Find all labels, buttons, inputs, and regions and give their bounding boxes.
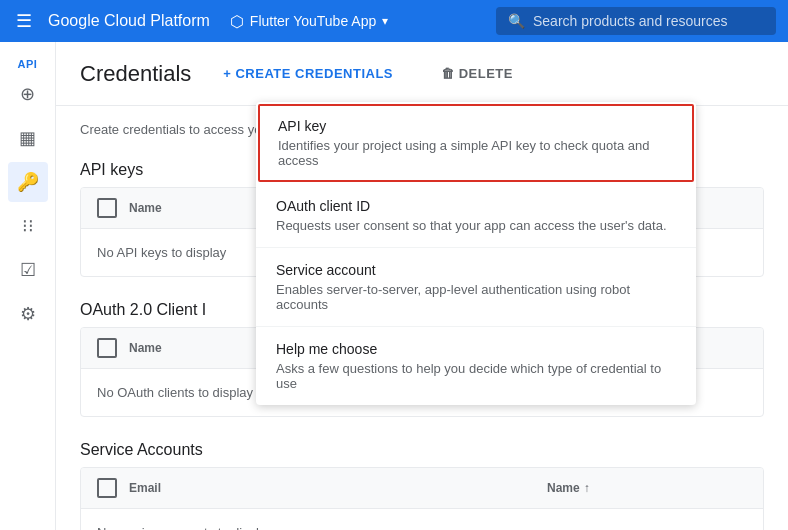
api-label: API [18,58,38,70]
dropdown-item-oauth[interactable]: OAuth client ID Requests user consent so… [256,184,696,248]
sidebar: API ⊕ ▦ 🔑 ⁝⁝ ☑ ⚙ [0,42,56,530]
dropdown-menu: API key Identifies your project using a … [256,102,696,405]
service-accounts-table: Email Name ↑ No service accounts to disp… [80,467,764,530]
dropdown-item-help[interactable]: Help me choose Asks a few questions to h… [256,327,696,405]
credentials-dropdown: API key Identifies your project using a … [256,102,696,405]
logo-text: Google Cloud Platform [48,12,210,30]
help-title: Help me choose [276,341,676,357]
oauth-desc: Requests user consent so that your app c… [276,218,676,233]
api-keys-checkbox-all[interactable] [97,198,117,218]
dropdown-item-api-key[interactable]: API key Identifies your project using a … [258,104,694,182]
sidebar-item-check[interactable]: ☑ [8,250,48,290]
main-content: Credentials + CREATE CREDENTIALS 🗑 DELET… [56,42,788,530]
service-accounts-section-title: Service Accounts [80,425,764,467]
sort-up-icon: ↑ [584,481,590,495]
create-credentials-button[interactable]: + CREATE CREDENTIALS [207,58,409,89]
project-name: Flutter YouTube App [250,13,376,29]
chevron-down-icon: ▾ [382,14,388,28]
sidebar-item-credentials[interactable]: 🔑 [8,162,48,202]
sidebar-item-dashboard[interactable]: ▦ [8,118,48,158]
top-nav: ☰ Google Cloud Platform ⬡ Flutter YouTub… [0,0,788,42]
search-bar[interactable]: 🔍 Search products and resources [496,7,776,35]
sidebar-item-home[interactable]: ⊕ [8,74,48,114]
service-accounts-col-name-label: Name [547,481,580,495]
service-accounts-col-email: Email [129,481,535,495]
oauth-checkbox-all[interactable] [97,338,117,358]
sidebar-item-settings[interactable]: ⚙ [8,294,48,334]
sidebar-item-tools[interactable]: ⁝⁝ [8,206,48,246]
service-accounts-empty-message: No service accounts to display [81,509,763,530]
main-layout: API ⊕ ▦ 🔑 ⁝⁝ ☑ ⚙ Credentials + CREATE CR… [0,42,788,530]
oauth-title: OAuth client ID [276,198,676,214]
project-selector[interactable]: ⬡ Flutter YouTube App ▾ [222,8,396,35]
api-key-title: API key [278,118,674,134]
help-desc: Asks a few questions to help you decide … [276,361,676,391]
nav-logo: Google Cloud Platform [48,12,210,30]
delete-button[interactable]: 🗑 DELETE [425,58,529,89]
service-accounts-checkbox-all[interactable] [97,478,117,498]
hamburger-icon[interactable]: ☰ [12,6,36,36]
service-accounts-table-header: Email Name ↑ [81,468,763,509]
page-title: Credentials [80,61,191,87]
service-account-desc: Enables server-to-server, app-level auth… [276,282,676,312]
search-icon: 🔍 [508,13,525,29]
api-key-desc: Identifies your project using a simple A… [278,138,674,168]
search-placeholder-text: Search products and resources [533,13,728,29]
project-icon: ⬡ [230,12,244,31]
service-accounts-col-name: Name ↑ [547,481,747,495]
credentials-header: Credentials + CREATE CREDENTIALS 🗑 DELET… [56,42,788,106]
dropdown-item-service-account[interactable]: Service account Enables server-to-server… [256,248,696,327]
service-account-title: Service account [276,262,676,278]
